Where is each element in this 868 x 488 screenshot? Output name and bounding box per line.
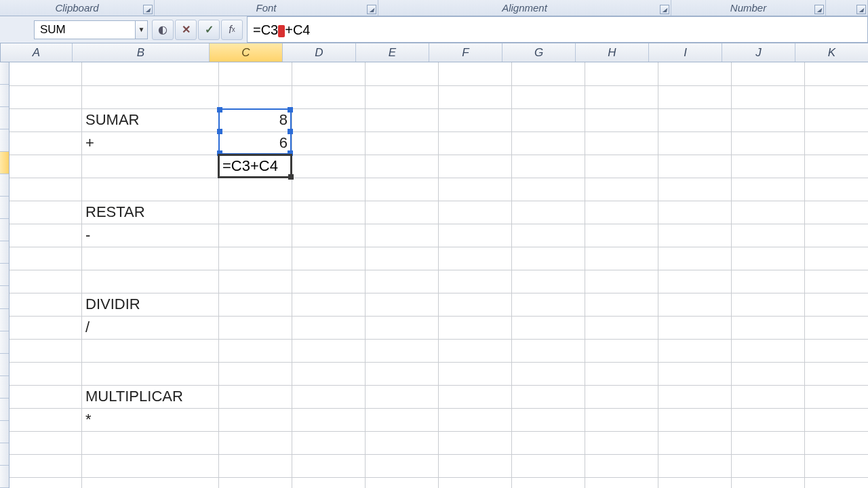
cell-B15[interactable]: MULTIPLICAR [81,385,218,408]
row-header-6[interactable] [0,174,9,197]
column-header-A[interactable]: A [1,43,73,62]
row-header-4[interactable] [0,129,9,152]
row-header-14[interactable] [0,354,9,376]
cell-B12[interactable]: / [81,316,218,339]
dialog-launcher-icon[interactable]: ◢ [143,5,153,14]
row-headers [0,62,9,488]
formula-bar-input[interactable]: =C3+C4 [247,16,868,43]
name-box-dropdown[interactable]: ▼ [136,20,148,39]
row-header-2[interactable] [0,85,9,107]
row-header-9[interactable] [0,241,9,264]
row-header-8[interactable] [0,219,9,241]
cell-B4[interactable]: + [81,131,218,155]
column-header-E[interactable]: E [356,43,429,62]
cancel-icon[interactable]: ✕ [175,20,197,40]
row-header-3[interactable] [0,107,9,129]
column-headers: ABCDEFGHIJK [0,43,868,62]
column-header-I[interactable]: I [649,43,722,62]
dialog-launcher-icon[interactable]: ◢ [814,5,824,14]
ribbon-group-clipboard: Clipboard◢ [0,0,155,16]
cell-C3[interactable]: 8 [218,108,292,131]
cell-B8[interactable]: - [81,224,218,247]
column-header-B[interactable]: B [73,43,210,62]
ribbon-group-alignment: Alignment◢ [378,0,671,16]
column-header-G[interactable]: G [502,43,576,62]
row-header-1[interactable] [0,62,9,85]
cell-B11[interactable]: DIVIDIR [81,293,218,316]
row-header-11[interactable] [0,286,9,308]
row-header-5[interactable] [0,152,9,174]
insert-function-small-icon[interactable]: ◐ [152,20,174,40]
ribbon-group-labels: Clipboard◢Font◢Alignment◢Number◢◢ [0,0,868,16]
active-cell-editor[interactable]: =C3+C4 [218,154,292,178]
row-header-13[interactable] [0,331,9,354]
column-header-F[interactable]: F [429,43,502,62]
dialog-launcher-icon[interactable]: ◢ [367,5,376,14]
column-header-J[interactable]: J [722,43,795,62]
row-header-12[interactable] [0,309,9,331]
cell-C4[interactable]: 6 [218,131,292,155]
spreadsheet-grid[interactable]: SUMAR+86RESTAR-DIVIDIR/MULTIPLICAR*=C3+C… [0,62,868,488]
row-header-7[interactable] [0,197,9,219]
row-header-19[interactable] [0,466,9,488]
ribbon-group-extra: ◢ [826,0,868,16]
row-header-18[interactable] [0,443,9,466]
cell-B16[interactable]: * [81,408,218,431]
row-header-17[interactable] [0,421,9,443]
dialog-launcher-icon[interactable]: ◢ [660,5,669,14]
column-header-H[interactable]: H [576,43,649,62]
formula-text-before: =C3 [253,22,278,37]
cursor-marker [278,25,285,37]
row-header-10[interactable] [0,264,9,286]
formula-bar-row: ▼ ◐ ✕ ✓ fx =C3+C4 [0,16,868,43]
fx-icon[interactable]: fx [221,20,243,40]
name-box[interactable] [34,20,136,39]
enter-icon[interactable]: ✓ [198,20,220,40]
cells-area[interactable]: SUMAR+86RESTAR-DIVIDIR/MULTIPLICAR*=C3+C… [9,62,868,488]
formula-text-after: +C4 [285,22,310,37]
column-header-C[interactable]: C [210,43,283,62]
fill-handle[interactable] [288,174,294,180]
column-header-D[interactable]: D [283,43,356,62]
ribbon-group-font: Font◢ [155,0,378,16]
ribbon-group-number: Number◢ [671,0,826,16]
row-header-15[interactable] [0,376,9,399]
dialog-launcher-icon[interactable]: ◢ [856,5,866,14]
column-header-K[interactable]: K [795,43,868,62]
cell-B3[interactable]: SUMAR [81,108,218,131]
cell-B7[interactable]: RESTAR [81,201,218,224]
row-header-16[interactable] [0,399,9,421]
